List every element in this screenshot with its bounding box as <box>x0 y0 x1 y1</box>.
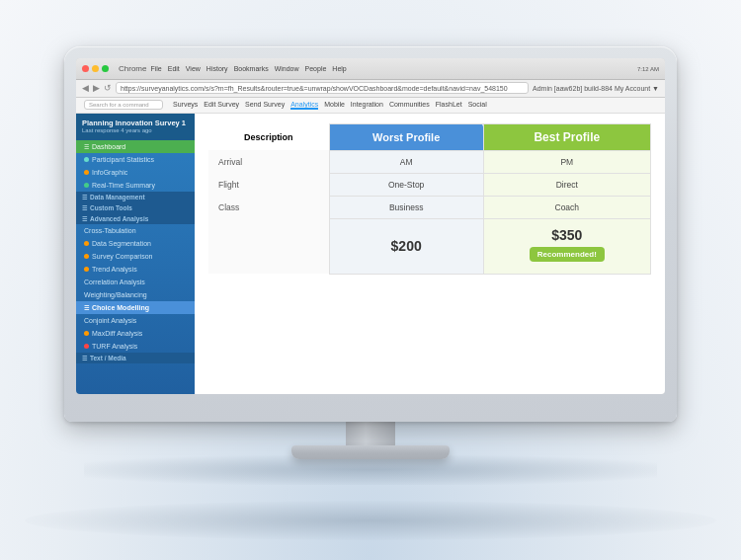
dot-icon <box>84 254 89 259</box>
close-button[interactable] <box>82 65 89 72</box>
dot-icon <box>84 157 89 162</box>
survey-subtitle: Last response 4 years ago <box>82 127 189 135</box>
sidebar-item-turf[interactable]: TURF Analysis <box>76 340 195 353</box>
sidebar-item-maxdiff[interactable]: MaxDiff Analysis <box>76 327 195 340</box>
command-search[interactable]: Search for a command <box>84 100 163 110</box>
menu-help[interactable]: Help <box>332 65 346 72</box>
list-icon: ☰ <box>82 215 87 222</box>
sidebar-label: Dashboard <box>92 143 125 150</box>
sidebar-item-realtime[interactable]: Real-Time Summary <box>76 179 195 192</box>
screen: Chrome File Edit View History Bookmarks … <box>76 58 665 394</box>
app-name: Chrome <box>119 64 146 73</box>
worst-profile-header: Worst Profile <box>329 123 483 150</box>
nav-analytics[interactable]: Analytics <box>290 101 318 110</box>
dot-icon <box>84 183 89 188</box>
sidebar-label: Choice Modelling <box>92 304 149 311</box>
sidebar-label: Data Segmentation <box>92 240 151 247</box>
minimize-button[interactable] <box>92 65 99 72</box>
address-bar-row: ◀ ▶ ↺ https://surveyanalytics.com/s/s?m=… <box>76 80 665 98</box>
browser-menu: File Edit View History Bookmarks Window … <box>150 65 346 72</box>
dot-icon <box>84 344 89 349</box>
refresh-button[interactable]: ↺ <box>104 83 112 93</box>
nav-surveys[interactable]: Surveys <box>173 101 198 110</box>
forward-button[interactable]: ▶ <box>93 83 100 93</box>
dot-icon <box>84 170 89 175</box>
browser-chrome: Chrome File Edit View History Bookmarks … <box>76 58 665 80</box>
list-icon: ☰ <box>82 204 87 211</box>
sidebar-section-advanced: ☰ Advanced Analysis <box>76 213 195 224</box>
menu-edit[interactable]: Edit <box>168 65 180 72</box>
list-icon: ☰ <box>82 355 87 361</box>
row-label-arrival: Arrival <box>208 150 329 173</box>
sidebar: Planning Innovation Survey 1 Last respon… <box>76 114 195 394</box>
sidebar-item-dashboard[interactable]: ☰ Dashboard <box>76 140 195 153</box>
best-profile-header: Best Profile <box>483 123 650 150</box>
sidebar-label: Conjoint Analysis <box>84 317 136 324</box>
best-flight: Direct <box>483 173 650 196</box>
menu-people[interactable]: People <box>305 65 327 72</box>
sidebar-item-crosstab[interactable]: Cross-Tabulation <box>76 224 195 237</box>
back-button[interactable]: ◀ <box>82 83 89 93</box>
menu-file[interactable]: File <box>150 65 161 72</box>
price-row: $200 $350 Recommended! <box>208 218 651 274</box>
menu-history[interactable]: History <box>206 65 228 72</box>
main-area: Planning Innovation Survey 1 Last respon… <box>76 114 665 394</box>
menu-view[interactable]: View <box>186 65 201 72</box>
sidebar-label: Correlation Analysis <box>84 279 145 285</box>
sidebar-section-custom-tools: ☰ Custom Tools <box>76 202 195 213</box>
maximize-button[interactable] <box>102 65 109 72</box>
worst-price: $200 <box>329 218 483 274</box>
nav-edit-survey[interactable]: Edit Survey <box>204 101 239 110</box>
menu-bookmarks[interactable]: Bookmarks <box>234 65 269 72</box>
sidebar-header: Planning Innovation Survey 1 Last respon… <box>76 114 195 141</box>
list-icon: ☰ <box>82 194 87 200</box>
nav-social[interactable]: Social <box>468 101 487 110</box>
sidebar-item-weighting[interactable]: Weighting/Balancing <box>76 288 195 301</box>
nav-communities[interactable]: Communities <box>389 101 430 110</box>
monitor-bezel: Chrome File Edit View History Bookmarks … <box>64 46 677 422</box>
survey-title: Planning Innovation Survey 1 <box>82 119 189 128</box>
worst-flight: One-Stop <box>329 173 483 196</box>
dot-icon <box>84 267 89 272</box>
menu-window[interactable]: Window <box>275 65 299 72</box>
recommended-button[interactable]: Recommended! <box>530 247 605 262</box>
sidebar-label: Real-Time Summary <box>92 182 155 189</box>
dot-icon <box>84 331 89 336</box>
sidebar-item-segmentation[interactable]: Data Segmentation <box>76 237 195 250</box>
sidebar-item-trend[interactable]: Trend Analysis <box>76 263 195 276</box>
sidebar-item-infographic[interactable]: InfoGraphic <box>76 166 195 179</box>
address-input[interactable]: https://surveyanalytics.com/s/s?m=fh_Res… <box>116 82 529 94</box>
sidebar-section-choice[interactable]: ☰ Choice Modelling <box>76 301 195 314</box>
dot-icon <box>84 241 89 246</box>
monitor-shadow <box>84 455 657 485</box>
table-row: Arrival AM PM <box>208 150 651 173</box>
sidebar-item-correlation[interactable]: Correlation Analysis <box>76 276 195 288</box>
sidebar-item-conjoint[interactable]: Conjoint Analysis <box>76 314 195 327</box>
window-controls <box>82 65 109 72</box>
best-price-value: $350 <box>494 227 640 243</box>
sidebar-item-participant[interactable]: Participant Statistics <box>76 153 195 166</box>
nav-integration[interactable]: Integration <box>351 101 383 110</box>
sidebar-label: Data Management <box>90 194 145 200</box>
table-row: Flight One-Stop Direct <box>208 173 651 196</box>
sidebar-label: InfoGraphic <box>92 169 127 176</box>
sidebar-label: Advanced Analysis <box>90 215 148 222</box>
best-price: $350 Recommended! <box>483 218 650 274</box>
nav-flashlet[interactable]: FlashLet <box>436 101 462 110</box>
list-icon: ☰ <box>84 304 89 311</box>
row-label-class: Class <box>208 196 329 218</box>
sidebar-label: Text / Media <box>90 355 126 361</box>
nav-send-survey[interactable]: Send Survey <box>245 101 285 110</box>
sidebar-label: Custom Tools <box>90 204 132 211</box>
list-icon: ☰ <box>84 143 89 150</box>
stand-neck <box>346 422 395 445</box>
sidebar-label: Weighting/Balancing <box>84 291 147 298</box>
sidebar-label: Trend Analysis <box>92 266 137 273</box>
worst-class: Business <box>329 196 483 218</box>
desc-header: Description <box>208 123 329 150</box>
sidebar-section-data-mgmt: ☰ Data Management <box>76 192 195 202</box>
sidebar-item-comparison[interactable]: Survey Comparison <box>76 250 195 263</box>
best-class: Coach <box>483 196 650 218</box>
top-navigation: Search for a command Surveys Edit Survey… <box>76 98 665 114</box>
nav-mobile[interactable]: Mobile <box>324 101 345 110</box>
